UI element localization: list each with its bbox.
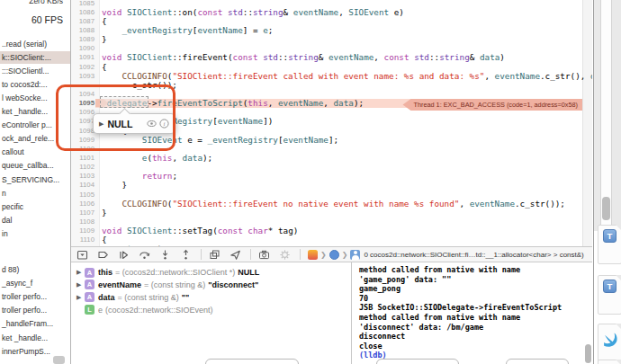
- line-number[interactable]: 1107: [71, 209, 99, 217]
- stack-frame-item[interactable]: in: [0, 227, 70, 240]
- stack-frame-item[interactable]: _async_f: [0, 277, 70, 289]
- code-line[interactable]: 1110{: [71, 235, 582, 244]
- line-number[interactable]: 1103: [71, 172, 99, 180]
- code-line[interactable]: 1105: [71, 190, 582, 199]
- line-number[interactable]: 1092: [71, 63, 99, 71]
- stack-frame-item[interactable]: ket _handle...: [0, 332, 70, 344]
- disclosure-triangle-icon[interactable]: ▶: [76, 294, 85, 301]
- variable-name: eventName: [98, 280, 141, 289]
- stack-frame-item[interactable]: n: [0, 187, 70, 200]
- code-line[interactable]: 1107}: [71, 208, 582, 217]
- disclosure-triangle-icon[interactable]: ▶: [76, 281, 85, 289]
- debug-navigator: Zero KB/s 60 FPS ..read (serial)k::SIOCl…: [0, 0, 71, 364]
- breakpoints-icon[interactable]: [97, 249, 109, 261]
- code-line[interactable]: 1109void SIOClient::setTag(const char* t…: [71, 226, 582, 235]
- step-out-icon[interactable]: [180, 249, 192, 261]
- line-number[interactable]: 1102: [71, 163, 99, 171]
- breadcrumb[interactable]: 0 cocos2d::network::SIOClient::fi…td::__…: [364, 251, 583, 259]
- variable-name: e: [98, 306, 103, 315]
- code-line[interactable]: 1102: [71, 163, 582, 172]
- hide-debug-area-icon[interactable]: [76, 249, 88, 261]
- toolbar-separator: [201, 249, 202, 260]
- line-number[interactable]: 1085: [71, 0, 99, 7]
- stack-frame-item[interactable]: ..read (serial): [0, 38, 70, 50]
- code-line[interactable]: 1092{: [71, 62, 582, 71]
- variable-row[interactable]: ▶AeventName= (const string &)"disconnect…: [76, 279, 258, 290]
- line-number[interactable]: 1086: [71, 8, 99, 16]
- line-number[interactable]: 1101: [71, 154, 99, 162]
- line-number[interactable]: 1110: [71, 235, 99, 244]
- stack-frame-item[interactable]: queue_callba...: [0, 159, 70, 172]
- stack-frame-item[interactable]: d 88): [0, 263, 70, 276]
- chevron-right-icon: ❯: [342, 251, 348, 259]
- camera-icon[interactable]: [258, 249, 270, 261]
- console-filter-field[interactable]: [506, 359, 569, 364]
- code-line[interactable]: 1108: [71, 217, 582, 226]
- line-number[interactable]: 1106: [71, 200, 99, 208]
- thread-icon[interactable]: [329, 250, 339, 260]
- line-number[interactable]: 1087: [71, 17, 99, 25]
- step-into-icon[interactable]: [159, 249, 171, 261]
- right-background-strip: T T: [593, 0, 621, 364]
- line-number[interactable]: 1088: [71, 26, 99, 34]
- toolbar-separator: [250, 249, 251, 260]
- text-file-icon[interactable]: T: [598, 225, 621, 264]
- code-line[interactable]: 1090: [71, 44, 582, 53]
- stack-frame-item[interactable]: dal: [0, 214, 70, 226]
- swift-file-icon[interactable]: [598, 324, 621, 363]
- line-number[interactable]: 1089: [71, 35, 99, 43]
- variable-row[interactable]: Le(cocos2d::network::SIOEvent): [76, 304, 216, 315]
- variables-filter-field[interactable]: [205, 359, 299, 364]
- line-number[interactable]: 1108: [71, 218, 99, 226]
- code-line[interactable]: 1087{: [71, 16, 582, 25]
- stack-frame-item[interactable]: S_SERVICING...: [0, 173, 70, 186]
- argument-badge-icon: A: [85, 292, 94, 302]
- line-number[interactable]: 1104: [71, 181, 99, 189]
- variable-row[interactable]: ▶Athis= (cocos2d::network::SIOClient *)N…: [76, 267, 259, 279]
- stack-frame-icon[interactable]: [350, 250, 360, 260]
- lldb-console[interactable]: method called from native with name'game…: [352, 262, 592, 364]
- code-text: }: [99, 34, 107, 44]
- console-line: JSB SocketIO::SIODelegate->fireEventToSc…: [359, 303, 592, 313]
- stack-frame-item[interactable]: :::SIOClientl...: [0, 65, 70, 77]
- editor-scrollbar[interactable]: [582, 0, 592, 246]
- code-line[interactable]: 1088 _eventRegistry[eventName] = e;: [71, 25, 582, 34]
- step-over-icon[interactable]: [139, 249, 150, 261]
- background-scrollbar-thumb[interactable]: [602, 197, 610, 220]
- error-badge[interactable]: Thread 1: EXC_BAD_ACCESS (code=1, addres…: [402, 99, 582, 111]
- view-debugger-icon[interactable]: [209, 249, 220, 261]
- line-number[interactable]: 1090: [71, 44, 99, 52]
- code-line[interactable]: 1091void SIOClient::fireEvent(const std:…: [71, 53, 582, 62]
- variable-value: NULL: [238, 268, 259, 277]
- text-file-icon[interactable]: [598, 360, 621, 364]
- code-line[interactable]: 1101 e(this, data);: [71, 153, 582, 162]
- code-line[interactable]: 1106 CCLOGINFO("SIOClient::fireEvent no …: [71, 199, 582, 208]
- disclosure-triangle-icon[interactable]: ▶: [76, 269, 85, 276]
- stack-frame-item[interactable]: k::SIOClient:...: [0, 51, 70, 64]
- line-number[interactable]: 1109: [71, 226, 99, 235]
- chevron-right-icon: ❯: [320, 251, 327, 259]
- line-number[interactable]: 1091: [71, 53, 99, 61]
- settings-gear-icon[interactable]: [279, 249, 291, 261]
- stack-frame-item[interactable]: pecific: [0, 200, 70, 213]
- line-number[interactable]: 1093: [71, 72, 99, 80]
- code-line[interactable]: 1093 CCLOGINFO("SIOClient::fireEvent cal…: [71, 71, 582, 80]
- line-number[interactable]: 1105: [71, 191, 99, 199]
- network-gauge[interactable]: Zero KB/s: [29, 0, 63, 5]
- fps-gauge[interactable]: 60 FPS: [32, 14, 63, 25]
- console-scrollbar-thumb[interactable]: [585, 344, 591, 363]
- app-icon[interactable]: [308, 250, 318, 260]
- code-line[interactable]: 1086void SIOClient::on(const std::string…: [71, 7, 582, 16]
- variable-row[interactable]: ▶Adata= (const string &)"": [76, 291, 189, 303]
- stack-frame-item[interactable]: troller perfo...: [0, 290, 70, 303]
- simulate-location-icon[interactable]: [230, 249, 241, 261]
- continue-icon[interactable]: [118, 249, 130, 261]
- stack-frame-item[interactable]: _handleFram...: [0, 317, 70, 330]
- code-line[interactable]: 1089}: [71, 35, 582, 44]
- console-filter-field[interactable]: [376, 359, 459, 364]
- code-line[interactable]: 1104 }: [71, 181, 582, 190]
- code-line[interactable]: 1103 return;: [71, 172, 582, 181]
- stack-frame-item[interactable]: troller perfo...: [0, 304, 70, 316]
- text-file-icon[interactable]: T: [598, 275, 621, 315]
- variable-value: "": [182, 293, 190, 302]
